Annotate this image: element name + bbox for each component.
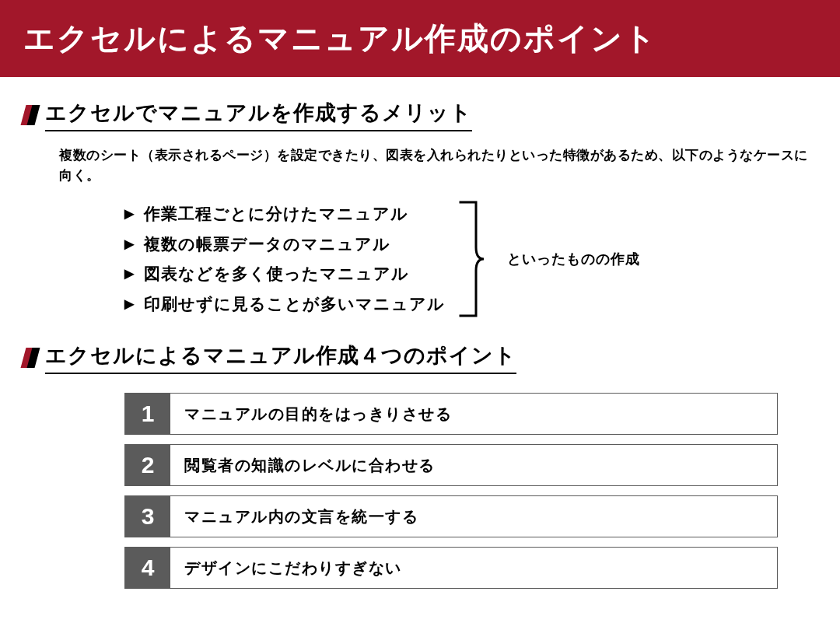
point-row: 2 閲覧者の知識のレベルに合わせる (124, 444, 778, 486)
heading-marker-icon (23, 348, 39, 368)
merit-item: 印刷せずに見ることが多いマニュアル (124, 289, 445, 320)
section-points: エクセルによるマニュアル作成４つのポイント 1 マニュアルの目的をはっきりさせる… (0, 320, 840, 589)
point-row: 3 マニュアル内の文言を統一する (124, 495, 778, 537)
right-brace-icon (459, 201, 485, 317)
section-1-lead: 複数のシート（表示されるページ）を設定できたり、図表を入れられたりといった特徴が… (59, 145, 817, 187)
point-number: 3 (125, 496, 170, 537)
merit-item: 図表などを多く使ったマニュアル (124, 259, 445, 289)
point-row: 1 マニュアルの目的をはっきりさせる (124, 393, 778, 435)
brace-label: といったものの作成 (507, 250, 640, 268)
point-text: 閲覧者の知識のレベルに合わせる (170, 445, 777, 485)
point-number: 1 (125, 394, 170, 434)
points-list: 1 マニュアルの目的をはっきりさせる 2 閲覧者の知識のレベルに合わせる 3 マ… (124, 393, 778, 589)
page-title: エクセルによるマニュアル作成のポイント (0, 0, 840, 77)
point-text: マニュアル内の文言を統一する (170, 496, 777, 537)
point-number: 4 (125, 548, 170, 588)
section-merits: エクセルでマニュアルを作成するメリット 複数のシート（表示されるページ）を設定で… (0, 77, 840, 320)
section-heading-2: エクセルによるマニュアル作成４つのポイント (23, 341, 817, 374)
point-text: マニュアルの目的をはっきりさせる (170, 394, 777, 434)
merits-area: 作業工程ごとに分けたマニュアル 複数の帳票データのマニュアル 図表などを多く使っ… (124, 199, 817, 320)
merit-item: 作業工程ごとに分けたマニュアル (124, 199, 445, 229)
heading-marker-icon (23, 105, 39, 125)
merits-list: 作業工程ごとに分けたマニュアル 複数の帳票データのマニュアル 図表などを多く使っ… (124, 199, 445, 320)
point-text: デザインにこだわりすぎない (170, 548, 777, 588)
point-row: 4 デザインにこだわりすぎない (124, 547, 778, 589)
section-heading-1-text: エクセルでマニュアルを作成するメリット (45, 99, 472, 131)
merit-item: 複数の帳票データのマニュアル (124, 229, 445, 260)
section-heading-1: エクセルでマニュアルを作成するメリット (23, 99, 817, 131)
section-heading-2-text: エクセルによるマニュアル作成４つのポイント (45, 341, 516, 374)
point-number: 2 (125, 445, 170, 485)
